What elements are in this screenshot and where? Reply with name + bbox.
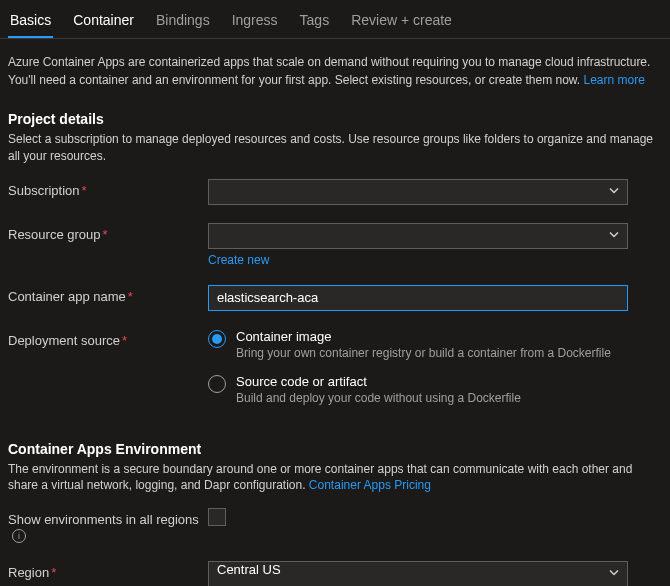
show-environments-checkbox[interactable] — [208, 508, 226, 526]
show-environments-label: Show environments in all regions i — [8, 508, 208, 543]
tab-review-create[interactable]: Review + create — [349, 8, 454, 38]
container-app-name-label: Container app name* — [8, 285, 208, 304]
option-subtitle: Build and deploy your code without using… — [236, 391, 521, 405]
subscription-select[interactable] — [208, 179, 628, 205]
tab-bindings[interactable]: Bindings — [154, 8, 212, 38]
container-app-name-input[interactable] — [208, 285, 628, 311]
row-container-app-name: Container app name* — [8, 285, 662, 311]
resource-group-select[interactable] — [208, 223, 628, 249]
resource-group-create-new-link[interactable]: Create new — [208, 253, 269, 267]
deployment-source-label: Deployment source* — [8, 329, 208, 348]
environment-section-desc: The environment is a secure boundary aro… — [8, 461, 662, 495]
intro-text: Azure Container Apps are containerized a… — [8, 53, 662, 89]
deployment-source-source-code[interactable]: Source code or artifact Build and deploy… — [208, 374, 628, 405]
container-apps-pricing-link[interactable]: Container Apps Pricing — [309, 478, 431, 492]
tab-bar: Basics Container Bindings Ingress Tags R… — [0, 0, 670, 39]
option-title: Container image — [236, 329, 611, 344]
form-content: Azure Container Apps are containerized a… — [0, 39, 670, 586]
row-show-environments: Show environments in all regions i — [8, 508, 662, 543]
radio-icon — [208, 330, 226, 348]
intro-body: Azure Container Apps are containerized a… — [8, 55, 650, 87]
option-title: Source code or artifact — [236, 374, 521, 389]
row-deployment-source: Deployment source* Container image Bring… — [8, 329, 662, 419]
info-icon[interactable]: i — [12, 529, 26, 543]
project-details-title: Project details — [8, 111, 662, 127]
tab-basics[interactable]: Basics — [8, 8, 53, 38]
region-label: Region* — [8, 561, 208, 580]
radio-icon — [208, 375, 226, 393]
row-subscription: Subscription* — [8, 179, 662, 205]
learn-more-link[interactable]: Learn more — [584, 73, 645, 87]
environment-section-title: Container Apps Environment — [8, 441, 662, 457]
row-region: Region* Central US — [8, 561, 662, 586]
tab-container[interactable]: Container — [71, 8, 136, 38]
subscription-label: Subscription* — [8, 179, 208, 198]
resource-group-label: Resource group* — [8, 223, 208, 242]
deployment-source-container-image[interactable]: Container image Bring your own container… — [208, 329, 628, 360]
tab-ingress[interactable]: Ingress — [230, 8, 280, 38]
project-details-desc: Select a subscription to manage deployed… — [8, 131, 662, 165]
region-select[interactable]: Central US — [208, 561, 628, 586]
option-subtitle: Bring your own container registry or bui… — [236, 346, 611, 360]
tab-tags[interactable]: Tags — [298, 8, 332, 38]
row-resource-group: Resource group* Create new — [8, 223, 662, 267]
